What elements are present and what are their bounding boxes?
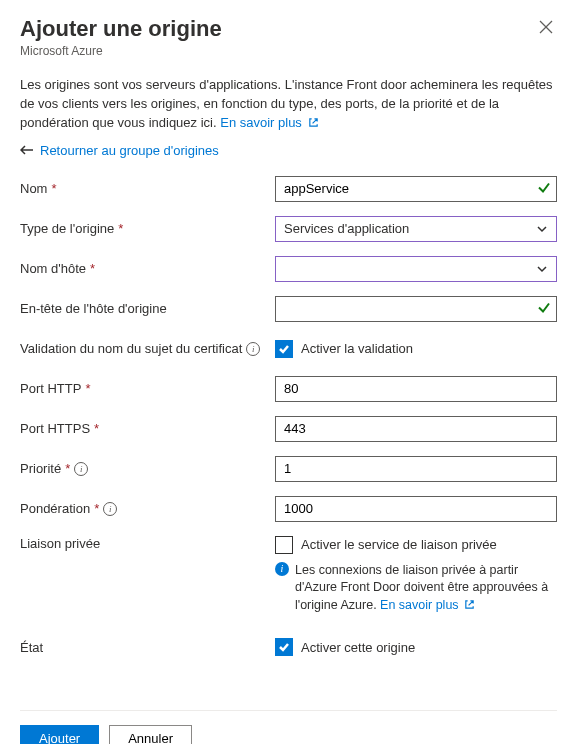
state-label: État [20,640,43,655]
add-button[interactable]: Ajouter [20,725,99,744]
private-link-label: Liaison privée [20,536,100,551]
https-port-label: Port HTTPS [20,421,90,436]
back-to-group-link[interactable]: Retourner au groupe d'origines [40,143,219,158]
http-port-input[interactable] [275,376,557,402]
intro-text: Les origines sont vos serveurs d'applica… [20,76,557,133]
info-icon: i [275,562,289,576]
private-link-checkbox[interactable] [275,536,293,554]
origin-host-header-input[interactable] [275,296,557,322]
required-indicator: * [51,181,56,196]
cert-validation-checkbox[interactable] [275,340,293,358]
required-indicator: * [85,381,90,396]
close-button[interactable] [535,16,557,41]
required-indicator: * [94,421,99,436]
priority-input[interactable] [275,456,557,482]
name-label: Nom [20,181,47,196]
required-indicator: * [94,501,99,516]
origin-type-select[interactable]: Services d'application [275,216,557,242]
external-link-icon [308,117,319,128]
required-indicator: * [65,461,70,476]
state-checkbox[interactable] [275,638,293,656]
chevron-down-icon [536,263,548,275]
origin-host-header-label: En-tête de l'hôte d'origine [20,301,167,316]
info-icon[interactable]: i [103,502,117,516]
required-indicator: * [118,221,123,236]
info-icon[interactable]: i [74,462,88,476]
close-icon [539,20,553,34]
cert-validation-label: Validation du nom du sujet du certificat [20,341,242,356]
host-name-label: Nom d'hôte [20,261,86,276]
checkmark-icon [278,641,290,653]
http-port-label: Port HTTP [20,381,81,396]
chevron-down-icon [536,223,548,235]
cancel-button[interactable]: Annuler [109,725,192,744]
state-checkbox-label: Activer cette origine [301,640,415,655]
learn-more-link[interactable]: En savoir plus [220,115,318,130]
priority-label: Priorité [20,461,61,476]
panel-subtitle: Microsoft Azure [20,44,222,58]
weight-label: Pondération [20,501,90,516]
host-name-select[interactable] [275,256,557,282]
checkmark-icon [278,343,290,355]
cert-validation-checkbox-label: Activer la validation [301,341,413,356]
origin-type-label: Type de l'origine [20,221,114,236]
weight-input[interactable] [275,496,557,522]
info-icon[interactable]: i [246,342,260,356]
https-port-input[interactable] [275,416,557,442]
external-link-icon [464,599,475,610]
arrow-left-icon [20,145,34,155]
name-input[interactable] [275,176,557,202]
required-indicator: * [90,261,95,276]
panel-title: Ajouter une origine [20,16,222,42]
private-link-checkbox-label: Activer le service de liaison privée [301,537,497,552]
private-link-learn-more[interactable]: En savoir plus [380,598,475,612]
